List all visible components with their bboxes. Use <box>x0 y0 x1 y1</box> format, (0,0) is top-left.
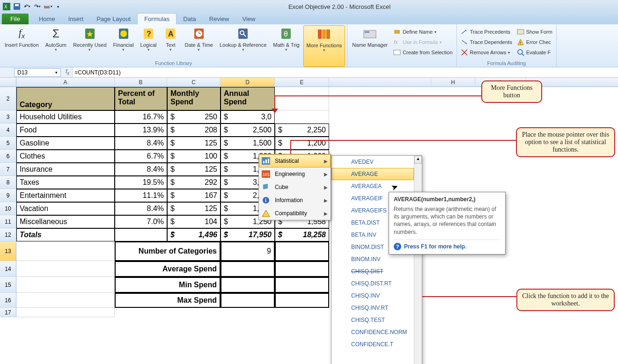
trace-dependents-button[interactable]: Trace Dependents <box>459 37 514 47</box>
function-item-chisq-dist[interactable]: CHISQ.DIST <box>331 265 414 277</box>
table-cell[interactable]: 8.4% <box>115 137 167 150</box>
table-cell[interactable]: 19.5% <box>115 176 167 189</box>
function-item-confidence-norm[interactable]: CONFIDENCE.NORM <box>331 326 414 338</box>
tab-review[interactable]: Review <box>203 14 236 24</box>
table-cell[interactable] <box>115 228 167 241</box>
tab-file[interactable]: File <box>2 14 29 24</box>
row-head[interactable]: 6 <box>0 150 16 163</box>
summary-label[interactable]: Min Spend <box>115 277 221 293</box>
row-head[interactable]: 15 <box>0 277 16 293</box>
function-item-avedev[interactable]: AVEDEV <box>331 156 414 168</box>
table-header[interactable]: Percent of Total <box>115 87 167 110</box>
table-cell[interactable]: $208 <box>167 124 221 137</box>
table-cell[interactable]: $3,0 <box>221 110 275 124</box>
menu-cube[interactable]: Cube▶ <box>259 181 331 194</box>
tab-view[interactable]: View <box>235 14 262 24</box>
totals-cell[interactable]: $1,496 <box>167 228 221 241</box>
fx-icon[interactable]: fx <box>66 68 69 76</box>
summary-label[interactable]: Average Spend <box>115 261 221 277</box>
remove-arrows-button[interactable]: Remove Arrows ▾ <box>459 48 514 57</box>
row-head[interactable]: 12 <box>0 228 16 241</box>
function-item-confidence-t[interactable]: CONFIDENCE.T <box>331 338 414 350</box>
empty-cell[interactable] <box>221 293 275 308</box>
function-item-chisq-inv-rt[interactable]: CHISQ.INV.RT <box>331 302 414 314</box>
table-cell[interactable]: 13.9% <box>115 124 167 137</box>
table-cell[interactable]: Clothes <box>16 150 115 163</box>
empty-cell[interactable] <box>275 110 329 124</box>
function-item-chisq-dist-rt[interactable]: CHISQ.DIST.RT <box>331 277 414 290</box>
menu-compatibility[interactable]: Compatibility▶ <box>259 207 331 220</box>
trace-precedents-button[interactable]: Trace Precedents <box>459 27 514 36</box>
tab-page-layout[interactable]: Page Layout <box>90 14 137 24</box>
qat-customize-icon[interactable]: ▾ <box>53 2 63 11</box>
summary-value-selected[interactable]: 9 <box>221 241 275 261</box>
row-head[interactable]: 10 <box>0 202 16 215</box>
col-head-hidden[interactable] <box>329 78 431 87</box>
function-item-chisq-test[interactable]: CHISQ.TEST <box>331 314 414 326</box>
empty-cell[interactable] <box>275 241 329 261</box>
print-icon[interactable]: ▾ <box>43 2 52 11</box>
row-head[interactable]: 5 <box>0 137 16 150</box>
row-head[interactable]: 14 <box>0 261 16 277</box>
row-head[interactable]: 9 <box>0 189 16 202</box>
formula-input[interactable] <box>72 67 618 77</box>
table-cell[interactable]: Taxes <box>16 176 115 189</box>
empty-cell[interactable] <box>16 241 115 261</box>
row-head[interactable]: 17 <box>0 308 16 317</box>
table-cell[interactable]: 7.0% <box>115 215 167 228</box>
menu-engineering[interactable]: 101Engineering▶ <box>259 167 331 181</box>
menu-statistical[interactable]: Statistical▶ <box>259 154 331 167</box>
scrollbar[interactable]: ▲ ▼ <box>414 156 422 364</box>
select-all-corner[interactable] <box>0 78 16 87</box>
empty-cell[interactable] <box>16 308 115 317</box>
empty-cell[interactable] <box>221 261 275 277</box>
table-cell[interactable]: $125 <box>167 163 221 176</box>
tab-data[interactable]: Data <box>177 14 202 24</box>
row-head[interactable]: 4 <box>0 124 16 137</box>
error-checking-button[interactable]: !Error Chec <box>515 37 554 47</box>
totals-label[interactable]: Totals <box>16 228 115 241</box>
row-head[interactable]: 3 <box>0 110 16 124</box>
col-head-h[interactable]: H <box>431 78 475 87</box>
table-cell[interactable]: $292 <box>167 176 221 189</box>
row-head[interactable]: 13 <box>0 241 16 261</box>
totals-cell[interactable]: $18,258 <box>275 228 329 241</box>
table-header[interactable]: Monthly Spend <box>167 87 221 110</box>
tab-insert[interactable]: Insert <box>62 14 90 24</box>
show-formulas-button[interactable]: Show Form <box>515 27 554 36</box>
table-cell[interactable]: 16.7% <box>115 110 167 124</box>
table-cell[interactable]: 8.4% <box>115 202 167 215</box>
summary-label[interactable]: Max Spend <box>115 293 221 308</box>
define-name-button[interactable]: Define Name ▾ <box>391 27 454 36</box>
table-cell[interactable]: 6.7% <box>115 150 167 163</box>
totals-cell[interactable]: $17,950 <box>221 228 275 241</box>
col-head-e[interactable]: E <box>275 78 329 87</box>
tab-home[interactable]: Home <box>32 14 62 24</box>
table-cell[interactable]: 8.4% <box>115 163 167 176</box>
table-cell[interactable]: 11.1% <box>115 189 167 202</box>
name-box[interactable]: D13▾ <box>14 68 61 77</box>
empty-cell[interactable] <box>275 277 329 293</box>
function-item-binom-inv[interactable]: BINOM.INV <box>331 253 414 265</box>
empty-cell[interactable] <box>221 277 275 293</box>
table-cell[interactable]: $100 <box>167 150 221 163</box>
col-head-c[interactable]: C <box>167 78 221 87</box>
table-cell[interactable]: $125 <box>167 137 221 150</box>
table-cell[interactable]: Gasoline <box>16 137 115 150</box>
save-icon[interactable] <box>12 2 22 11</box>
table-cell[interactable]: $250 <box>167 110 221 124</box>
table-cell[interactable]: $2,500 <box>221 124 275 137</box>
tab-formulas[interactable]: Formulas <box>137 13 177 24</box>
empty-cell[interactable] <box>275 87 329 110</box>
table-cell[interactable]: Insurance <box>16 163 115 176</box>
table-cell[interactable]: $1,200 <box>275 137 329 150</box>
table-header[interactable]: Annual Spend <box>221 87 275 110</box>
evaluate-formula-button[interactable]: Evaluate F <box>515 48 554 57</box>
empty-cell[interactable] <box>16 261 115 277</box>
table-cell[interactable]: $167 <box>167 189 221 202</box>
row-head[interactable]: 16 <box>0 293 16 308</box>
empty-cell[interactable] <box>16 293 115 308</box>
create-from-selection-button[interactable]: Create from Selection <box>391 48 454 57</box>
col-head-d[interactable]: D <box>221 78 275 87</box>
table-cell[interactable]: Food <box>16 124 115 137</box>
